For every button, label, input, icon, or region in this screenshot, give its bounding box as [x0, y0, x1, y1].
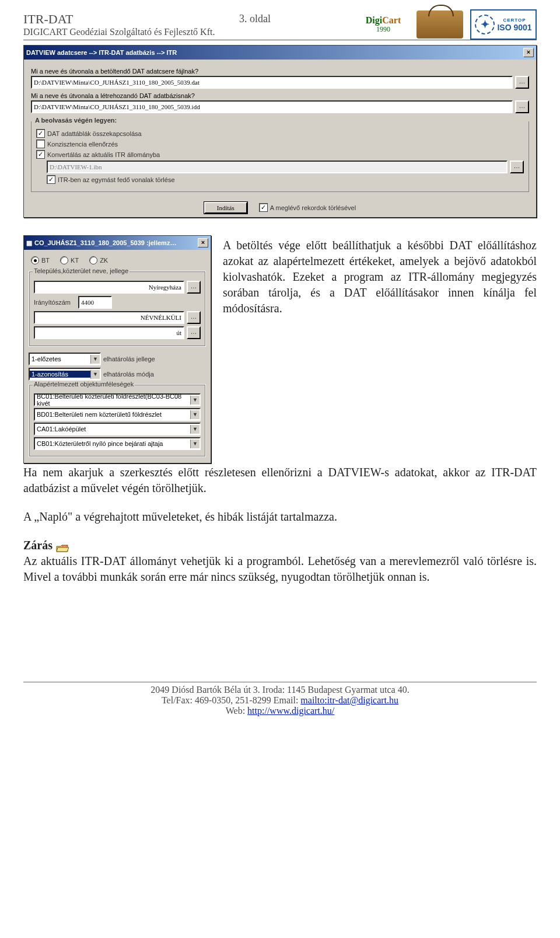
zip-input[interactable]: [78, 296, 112, 309]
browse-itr-button[interactable]: …: [510, 161, 524, 173]
browse-street-type-button[interactable]: …: [187, 326, 201, 339]
iso-logo: ✦ CERTOP ISO 9001: [470, 9, 537, 40]
browse-noname-button[interactable]: …: [187, 311, 201, 324]
browse-town-button[interactable]: …: [187, 281, 201, 294]
radio-bt[interactable]: [31, 256, 39, 264]
town-input[interactable]: [34, 281, 184, 294]
chk-delete-overlap-label: ITR-ben az egymást fedő vonalak törlése: [58, 176, 175, 183]
browse-dat-button[interactable]: …: [515, 76, 529, 89]
elhat-modja-label: elhatárolás módja: [103, 371, 154, 378]
settlement-group: Település,közterület neve, jellege … Irá…: [29, 271, 206, 347]
chk-link-tables-label: DAT adattáblák összekapcsolása: [47, 130, 142, 137]
itr-path-input: [47, 161, 508, 173]
default-objects-group: Alapértelmezett objektumféleségek BC01:B…: [29, 384, 206, 457]
default-objects-title: Alapértelmezett objektumféleségek: [33, 381, 135, 388]
close-icon[interactable]: ×: [523, 48, 534, 57]
chk-convert-itr[interactable]: ✓: [36, 150, 45, 159]
chk-consistency-label: Konzisztencia ellenőrzés: [47, 141, 118, 148]
para-3: A „Napló" a végrehajtott műveleteket, és…: [23, 509, 537, 525]
zip-label: Irányítószám: [34, 299, 76, 306]
header-logos: DigiCart 1990 ✦ CERTOP ISO 9001: [357, 9, 537, 40]
end-options-group: A beolvasás végén legyen: ✓ DAT adattábl…: [31, 121, 529, 192]
datview-exchange-dialog: DATVIEW adatcsere --> ITR-DAT adatbázis …: [23, 45, 537, 218]
chk-link-tables[interactable]: ✓: [36, 129, 45, 138]
dat-file-input[interactable]: [31, 76, 513, 89]
chk-delete-existing-label: A meglévő rekordok törlésével: [270, 204, 356, 211]
objtype-combo-3[interactable]: CA01:Lakóépület▼: [34, 423, 201, 435]
svg-marker-1: [57, 548, 69, 552]
dialog-titlebar: DATVIEW adatcsere --> ITR-DAT adatbázis …: [24, 46, 536, 60]
close-icon[interactable]: ×: [198, 238, 208, 247]
elhat-modja-combo[interactable]: 1-azonosítás▼: [29, 368, 101, 381]
page-number: 3. oldal: [239, 13, 271, 25]
footer-phone: Tel/Fax: 469-0350, 251-8299 Email:: [162, 695, 300, 705]
footer-web-link[interactable]: http://www.digicart.hu/: [247, 706, 334, 716]
elhat-jellege-label: elhatárolás jellege: [103, 355, 155, 362]
run-button[interactable]: Indítás: [204, 202, 247, 214]
digicart-logo: DigiCart 1990: [357, 11, 410, 39]
para-2: Ha nem akarjuk a szerkesztés előtt részl…: [23, 465, 537, 496]
chk-delete-overlap[interactable]: ✓: [47, 175, 55, 184]
svg-text:DAT: DAT: [62, 545, 68, 548]
radio-zk[interactable]: [89, 256, 97, 264]
chk-convert-itr-label: Konvertálás az aktuális ITR állományba: [47, 151, 160, 158]
dat-file-label: Mi a neve és útvonala a betöltendő DAT a…: [31, 68, 529, 75]
page-header: ITR-DAT DIGICART Geodéziai Szolgáltató é…: [23, 12, 537, 40]
radio-kt[interactable]: [60, 256, 68, 264]
chk-consistency[interactable]: [36, 140, 45, 148]
objtype-combo-4[interactable]: CB01:Közterületről nyíló pince bejárati …: [34, 437, 201, 450]
briefcase-icon: [416, 11, 463, 39]
defaults-titlebar: ▦ CO_JUHÁSZ1_3110_180_2005_5039 :jellemz…: [24, 236, 211, 250]
folder-open-icon: DAT: [56, 542, 69, 551]
defaults-dialog: ▦ CO_JUHÁSZ1_3110_180_2005_5039 :jellemz…: [23, 235, 211, 463]
settlement-group-title: Település,közterület neve, jellege: [33, 267, 130, 274]
elhat-jellege-combo[interactable]: 1-előzetes▼: [29, 353, 101, 365]
para-1: A betöltés vége előtt beállíthatjuk a ké…: [223, 238, 537, 316]
street-type-input[interactable]: [34, 326, 184, 339]
dialog-title: DATVIEW adatcsere --> ITR-DAT adatbázis …: [26, 49, 523, 56]
db-file-input[interactable]: [31, 100, 513, 113]
end-options-title: A beolvasás végén legyen:: [34, 117, 118, 124]
db-file-label: Mi a neve és útvonala a létrehozandó DAT…: [31, 92, 529, 99]
objtype-combo-1[interactable]: BC01:Belterületi közterületi földrészlet…: [34, 393, 201, 406]
page-footer: 2049 Diósd Bartók Béla út 3. Iroda: 1145…: [23, 678, 537, 740]
zaras-heading: Zárás: [23, 539, 52, 552]
footer-address: 2049 Diósd Bartók Béla út 3. Iroda: 1145…: [23, 685, 537, 695]
para-4: Zárás DAT Az aktuális ITR-DAT állományt …: [23, 538, 537, 585]
footer-email-link[interactable]: mailto:itr-dat@digicart.hu: [300, 695, 398, 705]
chk-delete-existing[interactable]: ✓: [259, 203, 268, 212]
browse-db-button[interactable]: …: [515, 100, 529, 113]
app-icon: ▦: [26, 239, 32, 247]
noname-input[interactable]: [34, 311, 184, 324]
objtype-combo-2[interactable]: BD01:Belterületi nem közterületű földrés…: [34, 408, 201, 421]
defaults-title: CO_JUHÁSZ1_3110_180_2005_5039 :jellemz…: [34, 239, 198, 246]
para-4-text: Az aktuális ITR-DAT állományt vehetjük k…: [23, 555, 537, 583]
